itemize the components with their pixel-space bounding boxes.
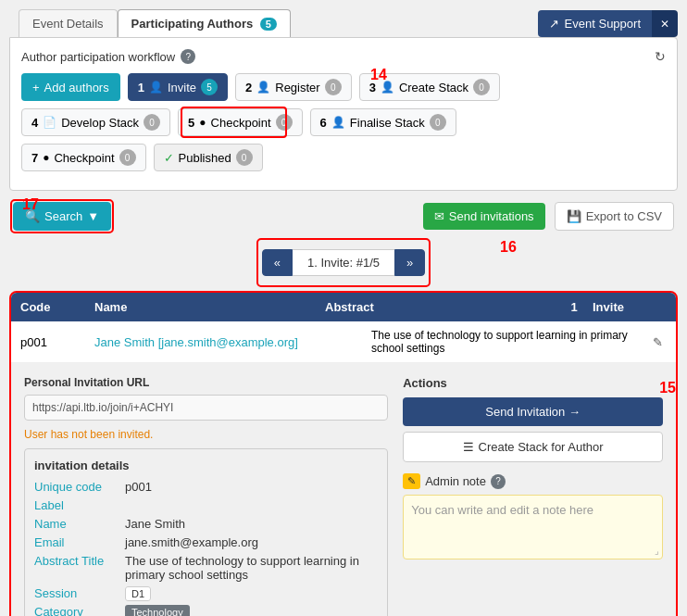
stack-icon: ☰	[463, 440, 474, 454]
step-register-button[interactable]: 2 👤 Register 0	[235, 73, 352, 101]
event-support-close-button[interactable]: ✕	[652, 10, 678, 37]
download-icon: 💾	[567, 209, 581, 223]
detail-body: Personal Invitation URL User has not bee…	[11, 363, 676, 616]
col-num: 1	[556, 300, 593, 314]
category-label: Category	[34, 605, 118, 616]
admin-note-placeholder-text: You can write and edit a note here	[411, 503, 593, 517]
invitation-details-box: invitation details Unique code p001 Labe…	[24, 448, 388, 616]
tab-participating-authors[interactable]: Participating Authors 5	[118, 9, 291, 37]
row-code: p001	[20, 335, 94, 349]
workflow-help-icon[interactable]: ?	[181, 49, 195, 64]
table-row: p001 Jane Smith [jane.smith@example.org]…	[11, 321, 676, 363]
checkpoint2-icon: ●	[43, 151, 49, 164]
step-finalise-stack-button[interactable]: 6 👤 Finalise Stack 0	[310, 108, 456, 136]
email-value: jane.smith@example.org	[125, 535, 258, 549]
table-header: Code Name Abstract 1 Invite	[11, 293, 676, 321]
check-icon: ✓	[164, 151, 174, 165]
checkpoint-icon: ●	[199, 116, 206, 129]
unique-code-value: p001	[125, 480, 152, 494]
abstract-title-label: Abstract Title	[34, 554, 118, 568]
category-value: Technology	[125, 605, 190, 616]
event-support-button[interactable]: ↗ Event Support	[538, 10, 652, 37]
abstract-title-value: The use of technology to support learnin…	[125, 554, 378, 582]
send-invitations-button[interactable]: ✉ Send invitations	[423, 203, 545, 230]
finalise-icon: 👤	[331, 116, 345, 129]
col-abstract: Abstract	[325, 300, 556, 314]
step-develop-stack-button[interactable]: 4 📄 Develop Stack 0	[21, 108, 170, 136]
name-value: Jane Smith	[125, 517, 185, 531]
actions-title: Actions	[403, 376, 663, 390]
step-invite-button[interactable]: 1 👤 Invite 5	[128, 73, 228, 101]
envelope-icon: ✉	[434, 209, 444, 223]
session-label: Session	[34, 586, 118, 600]
row-abstract: The use of technology to support learnin…	[371, 329, 648, 355]
external-link-icon: ↗	[549, 17, 559, 31]
invite-person-icon: 👤	[149, 81, 163, 94]
admin-note-help-icon[interactable]: ?	[491, 474, 506, 489]
next-page-button[interactable]: »	[394, 249, 425, 276]
create-stack-action-button[interactable]: ☰ Create Stack for Author	[403, 432, 663, 462]
col-code: Code	[20, 300, 94, 314]
admin-note-label: ✎ Admin note ?	[403, 473, 663, 489]
annotation-15: 15	[659, 380, 676, 396]
session-value: D1	[125, 586, 151, 601]
personal-url-label: Personal Invitation URL	[24, 376, 388, 389]
email-label: Email	[34, 535, 118, 549]
invitation-details-title: invitation details	[34, 459, 378, 472]
not-invited-text: User has not been invited.	[24, 428, 388, 441]
personal-url-input[interactable]	[24, 395, 388, 421]
row-name: Jane Smith [jane.smith@example.org]	[94, 335, 371, 349]
register-person-icon: 👤	[256, 81, 270, 94]
participating-authors-badge: 5	[260, 18, 277, 31]
workflow-refresh-icon[interactable]: ↻	[655, 49, 666, 64]
plus-icon: +	[32, 81, 40, 94]
annotation-14: 14	[370, 67, 387, 83]
step-checkpoint2-button[interactable]: 7 ● Checkpoint 0	[21, 144, 146, 171]
send-invitation-action-button[interactable]: Send Invitation →	[403, 397, 663, 426]
dropdown-chevron-icon: ▼	[87, 209, 99, 223]
workflow-title-text: Author participation workflow	[21, 50, 175, 64]
pagination-label: 1. Invite: #1/5	[293, 249, 394, 276]
export-csv-button[interactable]: 💾 Export to CSV	[555, 202, 674, 231]
prev-page-button[interactable]: «	[262, 249, 293, 276]
tab-event-details[interactable]: Event Details	[19, 9, 118, 37]
pagination-bar: « 1. Invite: #1/5 »	[262, 249, 426, 276]
develop-icon: 📄	[43, 116, 56, 129]
annotation-17: 17	[22, 196, 39, 213]
resize-handle[interactable]: ⌟	[655, 546, 659, 556]
annotation-16: 16	[500, 239, 517, 256]
unique-code-label: Unique code	[34, 480, 118, 494]
col-invite-label: Invite	[593, 300, 667, 314]
admin-note-box: You can write and edit a note here ⌟	[403, 495, 663, 559]
name-label: Name	[34, 517, 118, 531]
add-authors-button[interactable]: + Add authors	[21, 73, 120, 101]
step-checkpoint1-button[interactable]: 5 ● Checkpoint 0	[178, 108, 303, 136]
label-label: Label	[34, 498, 118, 512]
admin-note-icon: ✎	[403, 473, 420, 489]
col-name: Name	[94, 300, 325, 314]
step-published-button[interactable]: ✓ Published 0	[154, 144, 263, 171]
row-edit-icon[interactable]: ✎	[648, 335, 667, 349]
